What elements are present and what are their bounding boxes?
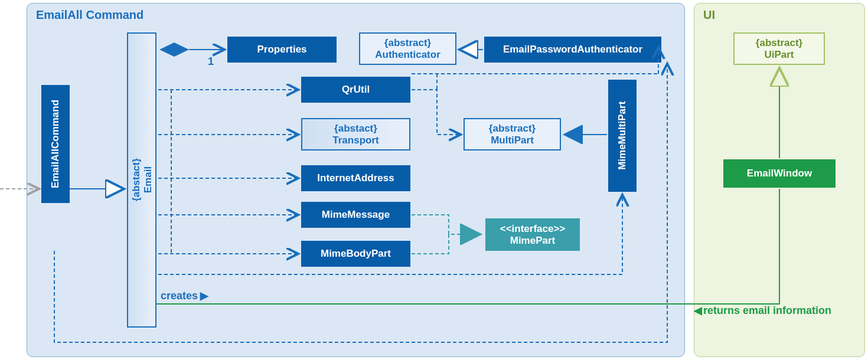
triangle-icon: ▶ (200, 290, 208, 302)
ui-title: UI (703, 8, 715, 22)
class-transport: {abstact} Transport (301, 118, 410, 150)
triangle-icon: ◀ (694, 305, 702, 316)
class-authenticator-name: Authenticator (375, 49, 440, 61)
class-uipart-stereo: {abstract} (756, 37, 802, 49)
class-internetaddress: InternetAddress (301, 165, 410, 191)
class-emailallcommand-label: EmailAllCommand (50, 100, 61, 188)
class-emailallcommand: EmailAllCommand (41, 85, 70, 203)
class-email-name: Email (142, 166, 154, 193)
class-qrutil: QrUtil (301, 77, 410, 103)
class-mimemessage: MimeMessage (301, 202, 410, 228)
class-emailwindow: EmailWindow (723, 159, 836, 188)
class-uipart: {abstract} UiPart (733, 32, 825, 65)
class-mimemessage-label: MimeMessage (322, 209, 390, 221)
label-returns: ◀returns email information (694, 304, 831, 317)
interface-mimepart: <<interface>> MimePart (485, 218, 580, 251)
class-transport-name: Transport (332, 135, 378, 146)
class-multipart-name: MultiPart (491, 135, 534, 146)
class-mimemultipart: MimeMultiPart (608, 80, 637, 192)
interface-mimepart-name: MimePart (510, 235, 556, 247)
class-emailwindow-label: EmailWindow (747, 168, 812, 179)
class-authenticator-stereo: {abstract} (384, 37, 431, 49)
class-emailpasswordauthenticator-label: EmailPasswordAuthenticator (503, 44, 642, 55)
class-authenticator: {abstract} Authenticator (359, 32, 456, 65)
class-email: {abstact} Email (127, 32, 156, 328)
class-mimebodypart: MimeBodyPart (301, 241, 410, 267)
class-emailpasswordauthenticator: EmailPasswordAuthenticator (484, 37, 661, 63)
label-creates: creates▶ (161, 289, 208, 302)
class-transport-stereo: {abstact} (334, 123, 377, 135)
emailall-command-title: EmailAll Command (36, 8, 143, 22)
class-email-stereo: {abstact} (130, 159, 142, 202)
class-mimebodypart-label: MimeBodyPart (321, 248, 391, 260)
class-properties-label: Properties (257, 44, 306, 55)
class-internetaddress-label: InternetAddress (317, 172, 394, 184)
class-properties: Properties (227, 37, 337, 63)
class-multipart-stereo: {abstract} (489, 123, 536, 135)
class-qrutil-label: QrUtil (342, 84, 370, 96)
class-uipart-name: UiPart (764, 49, 794, 61)
class-multipart: {abstract} MultiPart (464, 118, 561, 150)
multiplicity-1: 1 (208, 55, 214, 68)
class-mimemultipart-label: MimeMultiPart (616, 102, 628, 170)
interface-mimepart-stereo: <<interface>> (500, 223, 566, 235)
